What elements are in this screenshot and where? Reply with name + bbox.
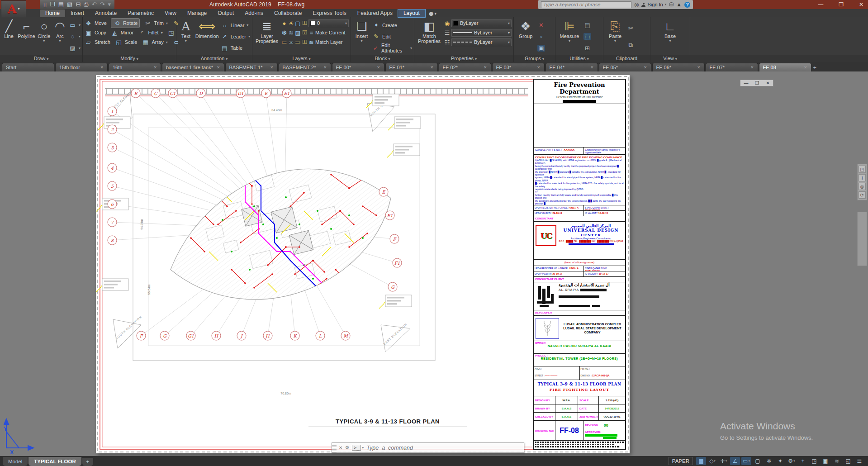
navigation-bar[interactable]: ◳ ✛ ◎ ⟳ (857, 164, 867, 200)
command-close-icon[interactable]: ✕ (337, 445, 345, 450)
explode-button[interactable]: ◳ (167, 28, 175, 37)
layer-thaw-icon[interactable]: ☀ (288, 20, 294, 27)
layer-unlock-icon[interactable]: ⚿ (302, 29, 308, 36)
undo-icon[interactable]: ↶ (92, 0, 97, 9)
new-layout-button[interactable]: + (82, 458, 93, 466)
command-recent-icon[interactable]: ▾ (362, 446, 364, 450)
fillet-button[interactable]: ◜Fillet▾ (138, 28, 162, 37)
close-tab-icon[interactable]: ✕ (480, 65, 487, 70)
layer-dropdown[interactable]: 0▾ (308, 19, 349, 27)
arc-button[interactable]: ◠Arc▾ (53, 19, 67, 55)
circle-button[interactable]: ○Circle▾ (37, 19, 51, 55)
new-drawing-tab-button[interactable]: + (813, 64, 817, 71)
copy-button[interactable]: ▣Copy (85, 28, 106, 37)
edit-attributes-button[interactable]: ✓Edit Attributes▾ (372, 43, 412, 52)
rectangle-icon[interactable]: ▭ (69, 22, 76, 29)
ribbon-tab-parametric[interactable]: Parametric (122, 10, 159, 17)
stretch-button[interactable]: ▱Stretch (85, 38, 110, 47)
layer-off-icon[interactable]: ≋ (288, 29, 294, 36)
annotation-scale-icon[interactable]: ⚙▾ (787, 457, 797, 465)
close-tab-icon[interactable]: ✕ (320, 65, 327, 70)
file-tab-ff-07-[interactable]: FF-07*✕ (706, 63, 758, 71)
panel-label-annotation[interactable]: Annotation ▾ (176, 55, 252, 62)
layer-vp-icon[interactable]: ▨ (295, 29, 301, 36)
snap-icon[interactable]: ◇▾ (707, 457, 717, 465)
paste-button[interactable]: ⎘Paste▾ (605, 19, 625, 55)
close-button[interactable]: ✕ (859, 0, 863, 9)
file-tab-ff-05-[interactable]: FF-05*✕ (599, 63, 651, 71)
isolate-objects-icon[interactable]: ▣ (821, 457, 830, 465)
ribbon-display-toggle-icon[interactable]: ⬤ ▾ (429, 11, 436, 17)
plot-icon[interactable]: ⊟ (76, 0, 81, 9)
panel-label-properties[interactable]: Properties ▾ (414, 55, 513, 62)
ribbon-tab-insert[interactable]: Insert (65, 10, 90, 17)
cut-icon[interactable]: ✂ (627, 25, 635, 32)
panel-label-utilities[interactable]: Utilities ▾ (555, 55, 603, 62)
selection-cycling-icon[interactable]: ▢ (753, 457, 763, 465)
match-properties-button[interactable]: ◧Match Properties (416, 19, 442, 55)
select-window-icon[interactable]: ⬚ (583, 33, 591, 40)
color-dropdown[interactable]: ByLayer▾ (451, 19, 512, 27)
rotate-button[interactable]: ⟲Rotate (111, 19, 139, 28)
layer-freeze-icon[interactable]: ❆ (281, 29, 287, 36)
make-current-button[interactable]: Make Current (315, 30, 346, 35)
layer-lock-fade-icon[interactable]: ⚿ (302, 38, 308, 46)
ribbon-tab-express-tools[interactable]: Express Tools (307, 10, 351, 17)
dimension-button[interactable]: ⟺Dimension (195, 19, 219, 55)
polyline-button[interactable]: ⌐Polyline (18, 19, 35, 55)
file-tab-ff-03-[interactable]: FF-03*✕ (492, 63, 545, 71)
mirror-button[interactable]: ◭Mirror (111, 28, 134, 37)
close-tab-icon[interactable]: ✕ (150, 65, 157, 70)
command-line-grip[interactable] (332, 443, 337, 452)
open-folder-icon[interactable]: ❒ (50, 0, 55, 9)
minimize-button[interactable]: — (818, 0, 823, 9)
save-icon[interactable]: ▤ (58, 0, 64, 9)
group-select-icon[interactable]: ▣ (537, 45, 545, 52)
file-tab-ff-01-[interactable]: FF-01*✕ (385, 63, 438, 71)
model-tab[interactable]: Model (3, 457, 28, 466)
create-block-button[interactable]: ✦Create (372, 21, 412, 30)
layer-lock-icon[interactable]: ⚿ (302, 19, 308, 27)
workspace-crosshair-icon[interactable]: + (798, 457, 808, 465)
line-button[interactable]: ╱Line (2, 19, 16, 55)
lineweight-dropdown[interactable]: ByLayer▾ (451, 29, 512, 37)
ungroup-icon[interactable]: ✕ (537, 22, 545, 29)
close-tab-icon[interactable]: ✕ (800, 65, 807, 70)
paper-space-button[interactable]: PAPER (669, 457, 693, 465)
file-tab-ff-08[interactable]: FF-08✕ (759, 63, 811, 71)
ribbon-tab-view[interactable]: View (159, 10, 182, 17)
quick-properties-icon[interactable]: ◳ (809, 457, 819, 465)
redo-icon[interactable]: ↷ (100, 0, 105, 9)
customization-menu-icon[interactable]: ☰ (854, 457, 864, 465)
autodesk-icon[interactable]: ▲ (676, 1, 682, 8)
close-tab-icon[interactable]: ✕ (96, 65, 104, 70)
ortho-icon[interactable]: ▭▾ (741, 457, 751, 465)
zoom-extents-icon[interactable]: ◎ (859, 183, 866, 190)
panel-label-modify[interactable]: Modify ▾ (83, 55, 176, 62)
panel-label-draw[interactable]: Draw ▾ (0, 55, 82, 62)
file-tab-basement-1-fire-tank-[interactable]: basement 1 fire tank*✕ (162, 63, 224, 71)
ribbon-tab-manage[interactable]: Manage (182, 10, 212, 17)
hatch-icon[interactable]: ▨ (69, 45, 76, 52)
print-icon[interactable]: ⎙ (84, 0, 88, 9)
close-tab-icon[interactable]: ✕ (533, 65, 541, 70)
file-tab-basement-2-[interactable]: BASEMENT-2*✕ (279, 63, 331, 71)
scale-button[interactable]: ◱Scale (115, 38, 138, 47)
polar-tracking-icon[interactable]: ∠ (730, 457, 740, 465)
viewcube-icon[interactable]: ◳ (859, 166, 866, 173)
layer-walk-icon[interactable]: ≖ (288, 39, 294, 46)
insert-button[interactable]: ❑Insert▾ (353, 19, 370, 55)
match-layer-button[interactable]: Match Layer (315, 39, 343, 45)
close-tab-icon[interactable]: ✕ (587, 65, 594, 70)
file-tab-ff-00-[interactable]: FF-00*✕ (332, 63, 384, 71)
panel-label-layers[interactable]: Layers ▾ (252, 55, 351, 62)
ellipse-icon[interactable]: ◌ (69, 33, 76, 40)
doc-close-icon[interactable]: ✕ (766, 80, 769, 86)
layer-on-icon[interactable]: ● (281, 20, 287, 27)
close-tab-icon[interactable]: ✕ (693, 65, 701, 70)
save-as-icon[interactable]: ▧ (67, 0, 72, 9)
doc-minimize-icon[interactable]: — (744, 80, 748, 86)
application-menu-button[interactable]: A▾ (1, 0, 26, 17)
panel-label-clipboard[interactable]: Clipboard (603, 55, 650, 62)
drawing-canvas[interactable]: WEST ELEVATION NORTH ELEVATION SOUTH ELE… (0, 71, 868, 456)
